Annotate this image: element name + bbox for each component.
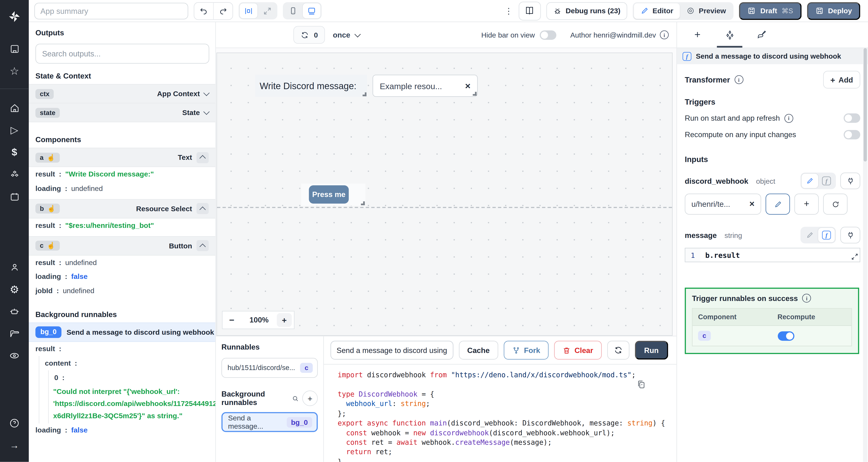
inputs-title: Inputs [685,155,860,164]
edit-resource-button[interactable] [766,194,790,214]
zoom-out-button[interactable]: − [229,315,242,325]
audit-eye-icon[interactable] [0,344,29,367]
users-icon[interactable] [0,256,29,278]
info-icon[interactable] [734,75,743,84]
collapse-sidebar-icon[interactable]: → [0,434,29,456]
button-component[interactable]: Press me [301,184,366,206]
connect-plug-icon[interactable] [840,227,860,243]
zoom-in-button[interactable]: + [277,313,292,327]
cache-button[interactable]: Cache [459,341,498,360]
windmill-app-editor: ☆ ▷ $ ⚙ → [0,0,868,462]
runnable-item[interactable]: hub/1511/discord/se... c [221,358,318,378]
info-icon[interactable] [660,31,669,39]
tab-styling[interactable] [746,22,778,47]
center-canvas-icon[interactable] [240,3,257,18]
scrollbar[interactable] [863,48,867,462]
add-runnable-button[interactable]: + [302,391,318,406]
copy-code-icon[interactable] [637,380,646,390]
tab-insert-component[interactable]: + [682,22,714,47]
windmill-logo-icon[interactable] [0,6,29,28]
error-result-string: "Could not interpret "{'webhook_url': 'h… [53,385,215,423]
help-icon[interactable] [0,412,29,434]
add-transformer-button[interactable]: +Add [823,71,860,89]
tab-component-settings[interactable] [713,22,746,47]
recompute-on-input-toggle[interactable] [844,130,860,139]
ctx-row[interactable]: ctx App Context [29,84,215,103]
refresh-code-button[interactable] [607,341,629,360]
deploy-button[interactable]: Deploy [807,2,860,20]
search-outputs-input[interactable] [35,44,209,64]
collapse-button[interactable] [196,240,209,251]
info-icon[interactable] [784,113,793,123]
static-mode-pencil-icon[interactable] [802,228,818,242]
workers-robot-icon[interactable] [0,300,29,323]
more-menu-icon[interactable] [504,6,513,16]
message-expression-editor[interactable]: 1 b.result [685,248,860,262]
resize-handle[interactable] [363,92,367,96]
eval-mode-icon[interactable]: f [818,228,835,242]
refresh-count-box[interactable]: 0 [293,26,325,43]
undo-redo-group [194,2,233,20]
info-icon[interactable] [802,294,811,303]
refresh-resource-button[interactable] [823,194,847,214]
bg0-runnable-header[interactable]: bg_0 Send a message to discord using web… [29,323,215,342]
component-b-header[interactable]: b☝ Resource Select [29,199,215,218]
mobile-view-icon[interactable] [284,3,302,18]
resource-value-select[interactable]: u/henri/te... [685,194,761,214]
connect-plug-icon[interactable] [840,173,860,189]
text-component-value: Write Discord message: [259,80,356,91]
clear-resource-icon[interactable] [749,200,754,209]
refresh-mode-select[interactable]: once [333,31,360,39]
resource-select-component[interactable]: Example resou... [373,75,477,97]
transformer-title: Transformer [685,75,730,84]
desktop-view-icon[interactable] [303,3,320,18]
favorites-star-icon[interactable]: ☆ [0,60,29,82]
fork-button[interactable]: Fork [503,341,549,360]
collapse-button[interactable] [196,203,209,214]
redo-button[interactable] [213,2,232,19]
eval-mode-icon[interactable]: f [818,174,835,188]
code-editor[interactable]: import discordwebhook from "https://deno… [324,364,677,462]
component-c-header[interactable]: c☝ Button [29,236,215,255]
clear-selection-icon[interactable] [465,81,470,91]
expand-canvas-icon[interactable] [258,3,276,18]
static-mode-pencil-icon[interactable] [802,174,818,188]
variables-icon[interactable]: $ [0,141,29,163]
resize-handle[interactable] [361,201,365,205]
schedules-icon[interactable] [0,185,29,207]
run-on-start-toggle[interactable] [844,113,860,123]
tab-preview[interactable]: Preview [680,3,733,19]
app-canvas[interactable]: Write Discord message: Example resou... … [216,53,673,336]
component-a-header[interactable]: a☝ Text [29,148,215,167]
collapse-button[interactable] [196,152,209,163]
search-icon[interactable] [292,395,299,402]
runs-icon[interactable]: ▷ [0,119,29,141]
resize-handle[interactable] [473,92,476,96]
tab-editor[interactable]: Editor [634,3,680,19]
text-component[interactable]: Write Discord message: [255,75,367,97]
component-c-badge: c [698,331,711,341]
selected-runnable-item[interactable]: Send a message... bg_0 [221,412,318,432]
hide-bar-toggle[interactable] [540,30,557,39]
workspace-icon[interactable] [0,38,29,60]
home-icon[interactable] [0,97,29,119]
draft-button[interactable]: Draft ⌘S [739,2,801,20]
folders-icon[interactable] [0,323,29,344]
code-pane: Cache Fork Clear Run [324,336,677,462]
runnables-panel: Runnables hub/1511/discord/se... c Backg… [216,336,324,462]
state-row[interactable]: state State [29,103,215,122]
recompute-c-toggle[interactable] [778,331,794,340]
press-me-button[interactable]: Press me [309,185,349,204]
undo-button[interactable] [194,2,213,19]
app-summary-input[interactable] [34,2,188,19]
debug-runs-button[interactable]: Debug runs (23) [546,2,627,20]
docs-book-button[interactable] [519,1,541,20]
clear-button[interactable]: Clear [554,341,601,360]
resources-icon[interactable] [0,163,29,185]
refresh-mode-value: once [333,31,350,39]
settings-gear-icon[interactable]: ⚙ [0,278,29,300]
add-resource-button[interactable]: + [795,194,819,214]
runnable-name-input[interactable] [331,341,454,360]
run-button[interactable]: Run [635,341,668,360]
expand-editor-icon[interactable] [851,253,859,261]
